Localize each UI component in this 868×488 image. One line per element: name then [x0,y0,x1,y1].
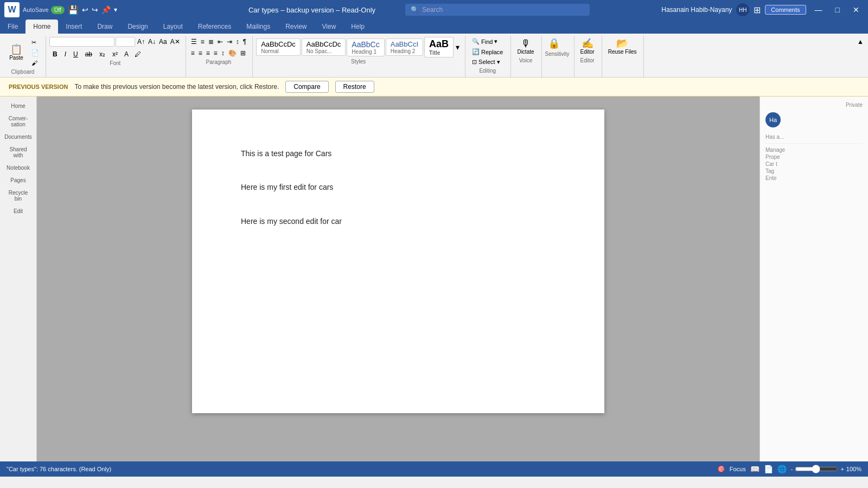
compare-button[interactable]: Compare [285,81,328,93]
find-button[interactable]: 🔍 Find ▾ [469,37,506,46]
layout-icon[interactable]: ⊞ [754,5,761,15]
editor-icon: ✍ [582,38,593,48]
zoom-in-button[interactable]: + [840,466,844,472]
minimize-button[interactable]: — [810,3,827,16]
reuse-files-button[interactable]: 📂 Reuse Files [605,37,640,56]
outdent-button[interactable]: ⇤ [216,37,225,47]
increase-font-icon[interactable]: A↑ [136,37,146,47]
align-left-button[interactable]: ≡ [189,48,196,58]
line-spacing-button[interactable]: ↕ [220,48,226,58]
style-title[interactable]: AaB Title [424,37,454,57]
font-buttons-row: B I U ab x₂ x² A 🖊 [49,49,181,59]
align-center-button[interactable]: ≡ [197,48,204,58]
decrease-font-icon[interactable]: A↓ [147,37,157,47]
shading-button[interactable]: 🎨 [227,48,238,58]
tab-draw[interactable]: Draw [90,20,120,34]
tab-home[interactable]: Home [25,20,58,34]
ribbon-group-sensitivity: 🔒 Sensitivity [543,36,575,77]
style-normal[interactable]: AaBbCcDc Normal [256,38,301,56]
cut-button[interactable]: ✂ [29,38,41,47]
styles-label: Styles [256,59,461,66]
autosave-toggle[interactable]: Off [51,6,65,14]
replace-button[interactable]: 🔄 Replace [469,47,506,56]
font-name-input[interactable] [49,37,114,47]
paste-button[interactable]: 📋 Paste [4,43,28,62]
tab-view[interactable]: View [315,20,344,34]
indent-button[interactable]: ⇥ [225,37,234,47]
word-logo: W [4,2,20,17]
style-no-spacing[interactable]: AaBbCcDc No Spac... [302,38,346,56]
maximize-button[interactable]: □ [831,3,844,16]
sort-button[interactable]: ↕ [234,37,241,47]
copy-button[interactable]: 📄 [29,48,41,57]
focus-label[interactable]: Focus [730,466,746,472]
print-layout-icon[interactable]: 📄 [764,465,773,473]
bullets-button[interactable]: ☰ [189,37,199,47]
dictate-button[interactable]: 🎙 Dictate [514,37,537,56]
zoom-percent: 100% [846,466,861,472]
sensitivity-button[interactable]: 🔒 [545,37,563,50]
style-heading1[interactable]: AaBbCc Heading 1 [347,38,384,56]
pilcrow-button[interactable]: ¶ [241,37,248,47]
underline-button[interactable]: U [70,49,81,59]
subscript-button[interactable]: x₂ [96,49,108,59]
tab-references[interactable]: References [190,20,239,34]
restore-button[interactable]: Restore [335,81,374,93]
numbering-button[interactable]: ≡ [199,37,206,47]
tab-help[interactable]: Help [343,20,372,34]
italic-button[interactable]: I [61,49,69,59]
tab-review[interactable]: Review [278,20,314,34]
zoom-slider[interactable] [795,465,838,473]
ribbon-group-styles: AaBbCcDc Normal AaBbCcDc No Spac... AaBb… [254,36,465,77]
change-case-icon[interactable]: Aa [158,37,168,47]
sidebar-item-documents[interactable]: Docu­ments [2,132,34,142]
font-color-icon[interactable]: A [122,49,131,59]
tab-mailings[interactable]: Mailings [239,20,278,34]
comments-button[interactable]: Comments [765,5,806,15]
font-size-input[interactable] [116,37,135,47]
sidebar-item-recycle[interactable]: Recycle bin [2,188,34,204]
ribbon-content: 📋 Paste ✂ 📄 🖌 Clipboard [0,34,868,77]
focus-icon: 🎯 [717,465,725,473]
undo-icon[interactable]: ↩ [82,5,88,14]
justify-button[interactable]: ≡ [212,48,219,58]
borders-button[interactable]: ⊞ [239,48,247,58]
tab-file[interactable]: File [0,20,25,34]
save-icon[interactable]: 💾 [68,5,79,15]
tab-design[interactable]: Design [120,20,155,34]
editor-button[interactable]: ✍ Editor [578,37,597,56]
styles-more-icon[interactable]: ▾ [455,42,461,53]
select-label: Select ▾ [478,59,500,66]
bold-button[interactable]: B [49,49,61,59]
clear-formatting-icon[interactable]: A✕ [169,37,181,47]
style-heading2[interactable]: AaBbCcI Heading 2 [386,38,423,56]
sidebar-item-pages[interactable]: Pages [2,175,34,185]
search-box[interactable]: 🔍 Search [405,4,590,16]
sidebar-item-conversation[interactable]: Conver­sation [2,113,34,130]
strikethrough-button[interactable]: ab [82,49,95,59]
tab-layout[interactable]: Layout [156,20,190,34]
align-right-button[interactable]: ≡ [205,48,212,58]
multilevel-button[interactable]: ≣ [207,37,215,47]
ribbon-tabs: File Home Insert Draw Design Layout Refe… [0,20,868,34]
sidebar-item-home[interactable]: Home [2,101,34,111]
pin-icon[interactable]: 📌 [101,5,111,14]
tab-insert[interactable]: Insert [58,20,90,34]
superscript-button[interactable]: x² [109,49,121,59]
select-button[interactable]: ⊡ Select ▾ [469,57,506,67]
sidebar-item-shared[interactable]: Shared with [2,144,34,160]
zoom-out-button[interactable]: - [791,466,793,472]
ribbon-group-reuse: 📂 Reuse Files [603,36,644,77]
redo-icon[interactable]: ↪ [92,5,98,14]
web-layout-icon[interactable]: 🌐 [777,465,787,473]
sidebar-item-notebook[interactable]: Note­book [2,163,34,173]
ribbon-group-paragraph: ☰ ≡ ≣ ⇤ ⇥ ↕ ¶ ≡ ≡ ≡ ≡ ↕ 🎨 ⊞ P [187,36,253,77]
ribbon-collapse-button[interactable]: ▲ [855,36,866,77]
read-mode-icon[interactable]: 📖 [750,465,760,473]
prev-version-label: PREVIOUS VERSION [9,84,68,90]
down-icon[interactable]: ▾ [114,6,117,14]
format-painter-button[interactable]: 🖌 [29,59,41,67]
highlight-icon[interactable]: 🖊 [132,49,144,59]
close-button[interactable]: ✕ [848,3,864,16]
sidebar-item-edit[interactable]: Edit [2,206,34,216]
